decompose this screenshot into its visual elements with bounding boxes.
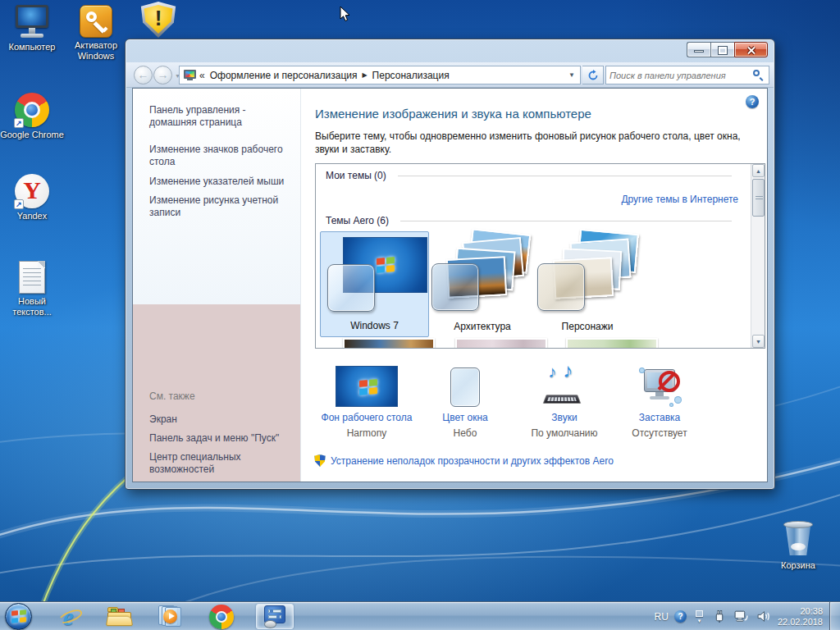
tray-volume-icon[interactable] [756, 609, 771, 623]
sidebar-item-ease-of-access[interactable]: Центр специальных возможностей [149, 451, 295, 476]
troubleshoot-aero-link[interactable]: Устранение неполадок прозрачности и друг… [314, 454, 614, 467]
setting-value: По умолчанию [513, 427, 616, 439]
link-more-themes-online[interactable]: Другие темы в Интернете [621, 194, 738, 205]
window-color-preview-icon [431, 263, 479, 311]
navigation-bar: ← → ▼ « Оформление и персонализация ▶ Пе… [126, 62, 774, 88]
setting-value: Небо [416, 427, 514, 439]
desktop-icon-label: Новый текстов... [0, 296, 64, 317]
group-header-my-themes: Мои темы (0) [326, 170, 386, 181]
theme-name: Windows 7 [321, 320, 428, 331]
uac-shield-icon [314, 454, 326, 467]
back-button[interactable]: ← [134, 66, 153, 84]
desktop-icon-label: Google Chrome [0, 130, 64, 140]
sidebar-item-change-mouse-pointers[interactable]: Изменение указателей мыши [149, 176, 295, 188]
desktop-icon-computer[interactable]: Компьютер [0, 5, 64, 52]
tray-show-hidden-icons[interactable]: ▼ [696, 610, 703, 623]
scrollbar-thumb[interactable] [752, 179, 765, 217]
theme-item-architecture[interactable]: Архитектура [431, 231, 534, 337]
address-bar[interactable]: « Оформление и персонализация ▶ Персонал… [179, 66, 581, 84]
windows7-desktop: { "desktop": { "icons": { "computer": { … [0, 0, 840, 630]
close-icon [746, 46, 756, 55]
setting-label[interactable]: Звуки [513, 412, 616, 423]
search-icon[interactable] [753, 70, 764, 80]
setting-label[interactable]: Фон рабочего стола [309, 412, 424, 423]
breadcrumb-item-personalization[interactable]: Персонализация [372, 70, 450, 81]
setting-value: Отсутствует [608, 427, 711, 439]
breadcrumb-separator-icon[interactable]: ▶ [362, 71, 367, 79]
taskbar-item-internet-explorer[interactable]: e [54, 604, 87, 629]
maximize-button[interactable] [710, 42, 734, 57]
control-panel-icon [262, 605, 287, 628]
desktop-icon-yandex[interactable]: Y ↗ Yandex [0, 174, 64, 221]
tray-power-icon[interactable] [712, 609, 726, 623]
recycle-bin-icon [782, 520, 815, 558]
breadcrumb-collapse-chevrons[interactable]: « [199, 70, 205, 81]
setting-label[interactable]: Цвет окна [416, 412, 514, 423]
tray-network-icon[interactable] [733, 609, 749, 623]
desktop-icon-label: Активатор Windows [64, 40, 128, 62]
sidebar-item-change-account-picture[interactable]: Изменение рисунка учетной записи [149, 194, 295, 219]
group-header-aero-themes: Темы Aero (6) [326, 215, 389, 226]
sidebar-item-change-desktop-icons[interactable]: Изменение значков рабочего стола [149, 144, 295, 168]
setting-label[interactable]: Заставка [608, 412, 711, 423]
scroll-up-button[interactable]: ▲ [752, 164, 765, 177]
help-icon[interactable]: ? [746, 95, 759, 108]
theme-item-characters[interactable]: Персонажи [535, 231, 640, 337]
sidebar-item-control-panel-home[interactable]: Панель управления - домашняя страница [149, 104, 295, 129]
desktop-icon-recycle-bin[interactable]: Корзина [768, 520, 829, 571]
search-input[interactable] [606, 71, 753, 80]
desktop-icon-text-document[interactable]: Новый текстов... [0, 261, 64, 317]
hidden-icons-window-icon [696, 610, 703, 617]
refresh-button[interactable] [582, 66, 604, 84]
setting-sounds[interactable]: ♪♪ Звуки По умолчанию [513, 364, 616, 439]
control-panel-sidebar: Панель управления - домашняя страница Из… [133, 89, 301, 482]
theme-name: Архитектура [431, 321, 534, 332]
scroll-down-button[interactable]: ▼ [752, 335, 765, 348]
breadcrumb-item-appearance[interactable]: Оформление и персонализация [210, 70, 358, 81]
warning-shield-icon: ! [139, 2, 177, 38]
forward-button[interactable]: → [153, 66, 172, 84]
show-desktop-button[interactable] [829, 602, 840, 630]
taskbar-item-control-panel-active[interactable] [256, 604, 294, 629]
window-color-preview-icon [327, 264, 375, 312]
setting-value: Harmony [309, 427, 424, 439]
refresh-icon [587, 70, 599, 81]
themes-scrollbar[interactable]: ▲ ▼ [751, 164, 765, 348]
desktop-icon-label: Yandex [0, 211, 64, 221]
desktop-icon-label: Корзина [768, 560, 829, 571]
sounds-icon: ♪♪ [543, 364, 586, 407]
shortcut-arrow-icon: ↗ [14, 199, 24, 209]
setting-desktop-background[interactable]: Фон рабочего стола Harmony [309, 364, 424, 439]
theme-item-windows7[interactable]: Windows 7 [320, 231, 429, 337]
setting-window-color[interactable]: Цвет окна Небо [416, 364, 514, 439]
tray-clock[interactable]: 20:38 22.02.2018 [778, 606, 823, 628]
chrome-icon [209, 605, 234, 629]
start-button[interactable] [5, 603, 32, 630]
window-body: Панель управления - домашняя страница Из… [132, 88, 768, 482]
sidebar-item-taskbar-start-menu[interactable]: Панель задач и меню "Пуск" [149, 432, 295, 445]
chrome-icon: ↗ [15, 93, 49, 127]
desktop-icon-security-shield[interactable]: ! [133, 2, 184, 38]
search-box[interactable] [605, 66, 769, 84]
desktop-icon-activator[interactable]: Активатор Windows [64, 5, 128, 62]
tray-help-icon[interactable]: ? [674, 610, 687, 623]
setting-screensaver[interactable]: Заставка Отсутствует [608, 364, 711, 439]
taskbar-item-chrome[interactable] [205, 604, 238, 629]
desktop-icon-chrome[interactable]: ↗ Google Chrome [0, 93, 64, 140]
media-player-icon [158, 605, 183, 628]
taskbar-item-explorer[interactable] [103, 604, 136, 629]
theme-name: Персонажи [535, 321, 640, 332]
close-button[interactable] [734, 42, 768, 57]
text-document-icon [19, 261, 45, 294]
folder-icon [107, 607, 132, 627]
windows-logo-icon [11, 609, 26, 623]
taskbar-item-media-player[interactable] [154, 604, 187, 629]
shortcut-arrow-icon: ↗ [14, 118, 24, 128]
yandex-icon: Y ↗ [15, 174, 49, 208]
tray-language-indicator[interactable]: RU [655, 611, 669, 623]
clock-time: 20:38 [778, 606, 823, 617]
sidebar-item-display[interactable]: Экран [149, 413, 295, 426]
minimize-button[interactable] [687, 42, 710, 57]
window-titlebar[interactable] [126, 39, 774, 62]
address-dropdown-icon[interactable]: ▼ [568, 71, 575, 79]
